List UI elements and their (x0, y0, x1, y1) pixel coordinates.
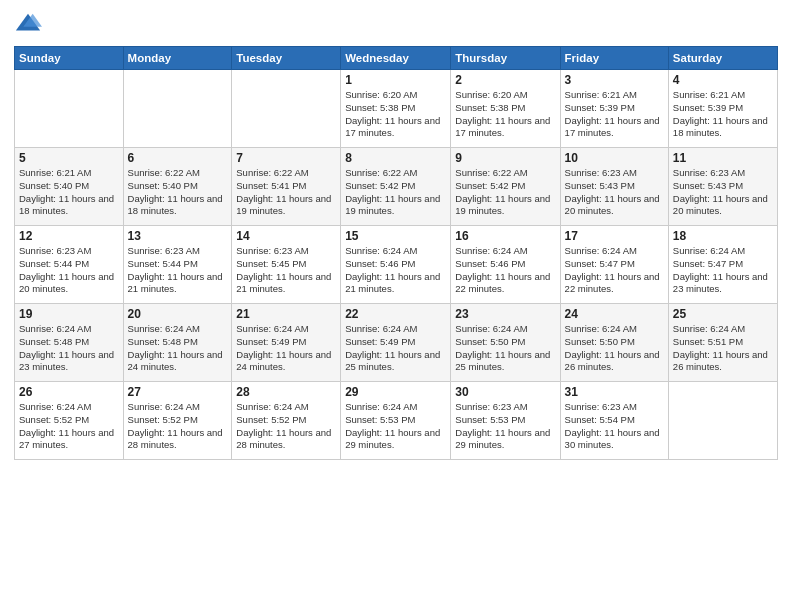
calendar-cell: 11Sunrise: 6:23 AM Sunset: 5:43 PM Dayli… (668, 148, 777, 226)
calendar-header-row: SundayMondayTuesdayWednesdayThursdayFrid… (15, 47, 778, 70)
day-number: 2 (455, 73, 555, 87)
calendar-week-5: 26Sunrise: 6:24 AM Sunset: 5:52 PM Dayli… (15, 382, 778, 460)
day-number: 8 (345, 151, 446, 165)
logo (14, 10, 46, 38)
day-info: Sunrise: 6:24 AM Sunset: 5:52 PM Dayligh… (128, 401, 228, 452)
calendar-cell: 17Sunrise: 6:24 AM Sunset: 5:47 PM Dayli… (560, 226, 668, 304)
day-number: 4 (673, 73, 773, 87)
calendar-cell: 16Sunrise: 6:24 AM Sunset: 5:46 PM Dayli… (451, 226, 560, 304)
day-info: Sunrise: 6:21 AM Sunset: 5:39 PM Dayligh… (673, 89, 773, 140)
calendar-cell: 14Sunrise: 6:23 AM Sunset: 5:45 PM Dayli… (232, 226, 341, 304)
calendar-week-4: 19Sunrise: 6:24 AM Sunset: 5:48 PM Dayli… (15, 304, 778, 382)
calendar-cell: 28Sunrise: 6:24 AM Sunset: 5:52 PM Dayli… (232, 382, 341, 460)
day-info: Sunrise: 6:22 AM Sunset: 5:42 PM Dayligh… (455, 167, 555, 218)
day-number: 6 (128, 151, 228, 165)
calendar-cell: 22Sunrise: 6:24 AM Sunset: 5:49 PM Dayli… (341, 304, 451, 382)
calendar-week-1: 1Sunrise: 6:20 AM Sunset: 5:38 PM Daylig… (15, 70, 778, 148)
calendar-cell: 9Sunrise: 6:22 AM Sunset: 5:42 PM Daylig… (451, 148, 560, 226)
day-number: 15 (345, 229, 446, 243)
col-header-tuesday: Tuesday (232, 47, 341, 70)
calendar-cell: 31Sunrise: 6:23 AM Sunset: 5:54 PM Dayli… (560, 382, 668, 460)
calendar-cell: 1Sunrise: 6:20 AM Sunset: 5:38 PM Daylig… (341, 70, 451, 148)
day-number: 24 (565, 307, 664, 321)
col-header-wednesday: Wednesday (341, 47, 451, 70)
day-info: Sunrise: 6:24 AM Sunset: 5:49 PM Dayligh… (236, 323, 336, 374)
calendar-week-3: 12Sunrise: 6:23 AM Sunset: 5:44 PM Dayli… (15, 226, 778, 304)
calendar-cell: 2Sunrise: 6:20 AM Sunset: 5:38 PM Daylig… (451, 70, 560, 148)
day-number: 27 (128, 385, 228, 399)
calendar-cell: 15Sunrise: 6:24 AM Sunset: 5:46 PM Dayli… (341, 226, 451, 304)
day-info: Sunrise: 6:24 AM Sunset: 5:46 PM Dayligh… (345, 245, 446, 296)
day-info: Sunrise: 6:20 AM Sunset: 5:38 PM Dayligh… (455, 89, 555, 140)
day-info: Sunrise: 6:24 AM Sunset: 5:47 PM Dayligh… (565, 245, 664, 296)
calendar-cell (232, 70, 341, 148)
calendar-cell: 10Sunrise: 6:23 AM Sunset: 5:43 PM Dayli… (560, 148, 668, 226)
calendar-cell: 23Sunrise: 6:24 AM Sunset: 5:50 PM Dayli… (451, 304, 560, 382)
day-info: Sunrise: 6:23 AM Sunset: 5:54 PM Dayligh… (565, 401, 664, 452)
day-info: Sunrise: 6:24 AM Sunset: 5:47 PM Dayligh… (673, 245, 773, 296)
day-number: 28 (236, 385, 336, 399)
day-number: 7 (236, 151, 336, 165)
day-info: Sunrise: 6:24 AM Sunset: 5:49 PM Dayligh… (345, 323, 446, 374)
day-number: 10 (565, 151, 664, 165)
day-number: 31 (565, 385, 664, 399)
day-number: 13 (128, 229, 228, 243)
col-header-saturday: Saturday (668, 47, 777, 70)
day-number: 9 (455, 151, 555, 165)
col-header-sunday: Sunday (15, 47, 124, 70)
day-number: 18 (673, 229, 773, 243)
day-info: Sunrise: 6:24 AM Sunset: 5:46 PM Dayligh… (455, 245, 555, 296)
day-number: 25 (673, 307, 773, 321)
day-info: Sunrise: 6:24 AM Sunset: 5:50 PM Dayligh… (565, 323, 664, 374)
calendar-table: SundayMondayTuesdayWednesdayThursdayFrid… (14, 46, 778, 460)
day-number: 1 (345, 73, 446, 87)
day-info: Sunrise: 6:21 AM Sunset: 5:40 PM Dayligh… (19, 167, 119, 218)
calendar-cell: 27Sunrise: 6:24 AM Sunset: 5:52 PM Dayli… (123, 382, 232, 460)
day-info: Sunrise: 6:24 AM Sunset: 5:52 PM Dayligh… (19, 401, 119, 452)
calendar-cell (15, 70, 124, 148)
col-header-monday: Monday (123, 47, 232, 70)
header (14, 10, 778, 38)
calendar-cell: 24Sunrise: 6:24 AM Sunset: 5:50 PM Dayli… (560, 304, 668, 382)
calendar-cell: 29Sunrise: 6:24 AM Sunset: 5:53 PM Dayli… (341, 382, 451, 460)
calendar-cell (668, 382, 777, 460)
day-number: 5 (19, 151, 119, 165)
day-number: 29 (345, 385, 446, 399)
calendar-cell: 5Sunrise: 6:21 AM Sunset: 5:40 PM Daylig… (15, 148, 124, 226)
day-info: Sunrise: 6:24 AM Sunset: 5:48 PM Dayligh… (128, 323, 228, 374)
day-info: Sunrise: 6:22 AM Sunset: 5:41 PM Dayligh… (236, 167, 336, 218)
col-header-friday: Friday (560, 47, 668, 70)
calendar-cell: 6Sunrise: 6:22 AM Sunset: 5:40 PM Daylig… (123, 148, 232, 226)
day-info: Sunrise: 6:20 AM Sunset: 5:38 PM Dayligh… (345, 89, 446, 140)
day-number: 20 (128, 307, 228, 321)
calendar-cell: 3Sunrise: 6:21 AM Sunset: 5:39 PM Daylig… (560, 70, 668, 148)
day-number: 19 (19, 307, 119, 321)
day-info: Sunrise: 6:22 AM Sunset: 5:42 PM Dayligh… (345, 167, 446, 218)
calendar-cell: 21Sunrise: 6:24 AM Sunset: 5:49 PM Dayli… (232, 304, 341, 382)
page: SundayMondayTuesdayWednesdayThursdayFrid… (0, 0, 792, 612)
day-info: Sunrise: 6:23 AM Sunset: 5:43 PM Dayligh… (565, 167, 664, 218)
day-info: Sunrise: 6:24 AM Sunset: 5:48 PM Dayligh… (19, 323, 119, 374)
day-number: 17 (565, 229, 664, 243)
calendar-cell: 18Sunrise: 6:24 AM Sunset: 5:47 PM Dayli… (668, 226, 777, 304)
day-info: Sunrise: 6:23 AM Sunset: 5:44 PM Dayligh… (128, 245, 228, 296)
calendar-cell: 8Sunrise: 6:22 AM Sunset: 5:42 PM Daylig… (341, 148, 451, 226)
day-info: Sunrise: 6:24 AM Sunset: 5:50 PM Dayligh… (455, 323, 555, 374)
day-info: Sunrise: 6:24 AM Sunset: 5:52 PM Dayligh… (236, 401, 336, 452)
day-number: 23 (455, 307, 555, 321)
day-number: 21 (236, 307, 336, 321)
calendar-cell: 19Sunrise: 6:24 AM Sunset: 5:48 PM Dayli… (15, 304, 124, 382)
calendar-week-2: 5Sunrise: 6:21 AM Sunset: 5:40 PM Daylig… (15, 148, 778, 226)
calendar-cell: 20Sunrise: 6:24 AM Sunset: 5:48 PM Dayli… (123, 304, 232, 382)
logo-icon (14, 10, 42, 38)
calendar-cell: 30Sunrise: 6:23 AM Sunset: 5:53 PM Dayli… (451, 382, 560, 460)
day-info: Sunrise: 6:22 AM Sunset: 5:40 PM Dayligh… (128, 167, 228, 218)
day-number: 26 (19, 385, 119, 399)
day-info: Sunrise: 6:23 AM Sunset: 5:53 PM Dayligh… (455, 401, 555, 452)
day-number: 16 (455, 229, 555, 243)
col-header-thursday: Thursday (451, 47, 560, 70)
day-info: Sunrise: 6:21 AM Sunset: 5:39 PM Dayligh… (565, 89, 664, 140)
calendar-cell: 13Sunrise: 6:23 AM Sunset: 5:44 PM Dayli… (123, 226, 232, 304)
day-number: 22 (345, 307, 446, 321)
calendar-cell (123, 70, 232, 148)
